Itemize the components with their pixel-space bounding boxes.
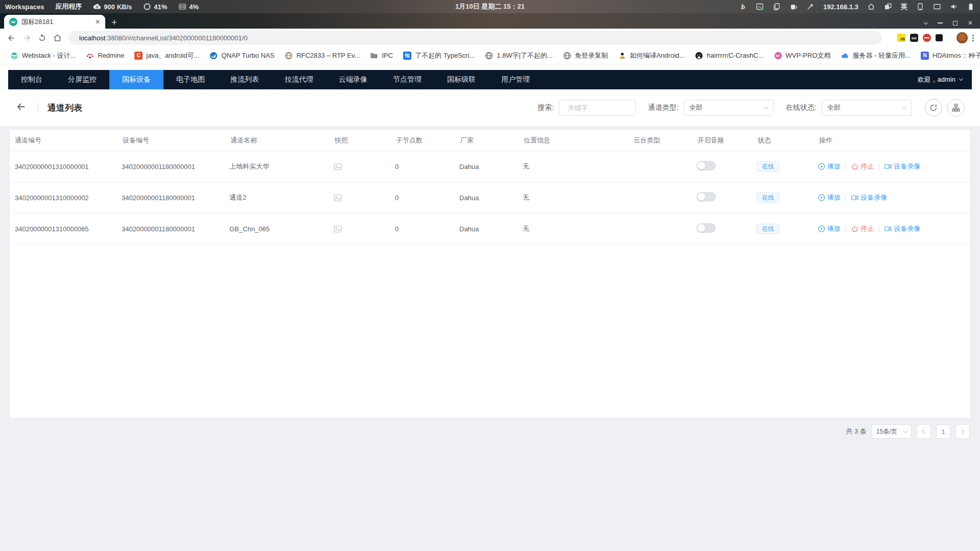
- bookmark-item[interactable]: 如何编译Android...: [614, 50, 689, 62]
- tab-search-icon[interactable]: [924, 20, 928, 24]
- bookmark-item[interactable]: Redmine: [82, 50, 128, 61]
- qnap-icon: [209, 52, 218, 60]
- channel-name-cell: 上地科实大华: [229, 162, 334, 171]
- bookmark-item[interactable]: 1.8W字|了不起的...: [481, 50, 557, 62]
- bing-icon[interactable]: b: [739, 3, 747, 11]
- nav-item-电子地图[interactable]: 电子地图: [164, 70, 218, 89]
- coffee-icon[interactable]: [789, 3, 798, 11]
- back-icon[interactable]: [4, 31, 18, 45]
- extension-js-icon[interactable]: JS: [897, 34, 905, 42]
- next-page-button[interactable]: [955, 424, 970, 439]
- op-设备录像-button[interactable]: 设备录像: [884, 162, 920, 171]
- layers-icon: [10, 52, 18, 60]
- current-page[interactable]: 1: [936, 424, 950, 439]
- channel-type-select[interactable]: 全部: [684, 100, 774, 116]
- extension-adblock-icon[interactable]: [923, 34, 931, 42]
- cpu-usage-indicator[interactable]: 41%: [143, 3, 167, 11]
- phone-link-icon[interactable]: [916, 3, 924, 11]
- clipboard-icon[interactable]: [773, 3, 781, 11]
- bookmark-label: IPC: [382, 52, 393, 59]
- address-bar[interactable]: localhost:38080/#/channelList/3402000000…: [68, 31, 882, 45]
- audio-toggle[interactable]: [696, 192, 716, 202]
- snapshot-cell[interactable]: [334, 194, 395, 202]
- url-text[interactable]: localhost:38080/#/channelList/3402000000…: [79, 34, 876, 42]
- browser-menu-icon[interactable]: [972, 35, 974, 41]
- minimize-icon[interactable]: [938, 22, 943, 23]
- prev-page-button[interactable]: [917, 424, 931, 439]
- volume-icon[interactable]: [950, 3, 958, 11]
- globe-icon: [563, 52, 571, 60]
- battery-icon[interactable]: [967, 3, 975, 11]
- tab-close-icon[interactable]: ✕: [95, 19, 100, 25]
- workspace-switcher-icon[interactable]: [884, 3, 892, 11]
- ip-address-indicator[interactable]: 192.168.1.3: [823, 3, 858, 11]
- nav-item-分屏监控[interactable]: 分屏监控: [55, 70, 109, 89]
- screenshot-icon[interactable]: [756, 3, 764, 11]
- user-menu[interactable]: 欢迎，admin: [918, 75, 972, 84]
- bookmark-item[interactable]: hairrrrr/C-CrashC...: [691, 50, 767, 61]
- refresh-button[interactable]: [925, 99, 942, 116]
- new-tab-button[interactable]: +: [111, 17, 117, 27]
- extension-oo-icon[interactable]: oo: [910, 34, 918, 42]
- bookmark-item[interactable]: WVP-PRO文档: [770, 50, 835, 62]
- bookmark-item[interactable]: Webstack - 设计...: [6, 50, 80, 62]
- bookmark-item[interactable]: 服务器 - 轻量应用...: [837, 50, 915, 62]
- nav-item-云端录像[interactable]: 云端录像: [326, 70, 380, 89]
- page-size-select[interactable]: 15条/页: [872, 424, 912, 439]
- n-badge-icon: N: [921, 52, 929, 60]
- table-row: 3402000000131000000134020000001180000001…: [10, 151, 970, 182]
- op-播放-button[interactable]: 播放: [818, 193, 841, 202]
- nav-item-节点管理[interactable]: 节点管理: [380, 70, 434, 89]
- op-停止-button[interactable]: 停止: [851, 224, 874, 233]
- display-icon[interactable]: [933, 3, 941, 11]
- workspaces-button[interactable]: Workspaces: [5, 3, 44, 11]
- bookmark-label: Redmine: [98, 52, 124, 59]
- device-tree-button[interactable]: [947, 99, 965, 116]
- location-cell: 无: [523, 162, 633, 171]
- nav-item-国标级联[interactable]: 国标级联: [434, 70, 488, 89]
- snapshot-cell[interactable]: [334, 225, 395, 233]
- bookmark-item[interactable]: QNAP Turbo NAS: [205, 50, 278, 61]
- close-window-icon[interactable]: ✕: [968, 20, 973, 26]
- extension-dark-icon[interactable]: [936, 34, 943, 41]
- search-keyword-field[interactable]: [568, 104, 630, 112]
- nav-item-控制台[interactable]: 控制台: [8, 70, 55, 89]
- keyboard-layout-badge[interactable]: 英: [901, 2, 907, 11]
- nav-item-拉流代理[interactable]: 拉流代理: [272, 70, 326, 89]
- bookmark-item[interactable]: NHDAtmos :: 种子 *...: [917, 50, 980, 62]
- bookmark-item[interactable]: IPC: [366, 50, 397, 61]
- reload-icon[interactable]: [35, 31, 49, 45]
- back-button[interactable]: [15, 101, 27, 114]
- op-label: 播放: [827, 224, 841, 233]
- applications-button[interactable]: 应用程序: [55, 2, 82, 11]
- op-播放-button[interactable]: 播放: [818, 162, 841, 171]
- image-placeholder-icon: [334, 163, 395, 171]
- bookmark-item[interactable]: 免登录复制: [559, 50, 612, 62]
- op-设备录像-button[interactable]: 设备录像: [884, 224, 920, 233]
- memory-usage-indicator[interactable]: 4%: [178, 3, 199, 11]
- nav-item-推流列表[interactable]: 推流列表: [218, 70, 272, 89]
- bookmark-item[interactable]: 知了不起的 TypeScri...: [399, 50, 479, 62]
- snapshot-cell[interactable]: [334, 163, 395, 171]
- op-停止-button[interactable]: 停止: [851, 162, 874, 171]
- op-设备录像-button[interactable]: 设备录像: [851, 193, 887, 202]
- color-picker-icon[interactable]: [806, 3, 814, 11]
- op-播放-button[interactable]: 播放: [818, 224, 841, 233]
- forward-icon[interactable]: [19, 31, 34, 45]
- home-icon[interactable]: [867, 3, 875, 11]
- audio-toggle[interactable]: [696, 161, 716, 171]
- nav-items: 控制台分屏监控国标设备电子地图推流列表拉流代理云端录像节点管理国标级联用户管理: [8, 70, 543, 89]
- channel-id-cell: 34020000001310000002: [10, 194, 122, 202]
- nav-item-国标设备[interactable]: 国标设备: [109, 70, 164, 89]
- nav-item-用户管理[interactable]: 用户管理: [488, 70, 543, 89]
- search-input[interactable]: [559, 100, 636, 116]
- audio-toggle[interactable]: [696, 223, 716, 233]
- browser-tab[interactable]: 国标28181 ✕: [4, 15, 105, 29]
- network-speed-indicator[interactable]: 900 KB/s: [93, 3, 132, 11]
- bookmark-item[interactable]: Cjava、android可...: [130, 50, 203, 62]
- home-page-icon[interactable]: [50, 31, 64, 45]
- online-status-select[interactable]: 全部: [822, 100, 912, 116]
- maximize-icon[interactable]: [953, 21, 958, 26]
- bookmark-item[interactable]: RFC2833 – RTP Ev...: [281, 50, 364, 61]
- profile-avatar[interactable]: [956, 32, 968, 43]
